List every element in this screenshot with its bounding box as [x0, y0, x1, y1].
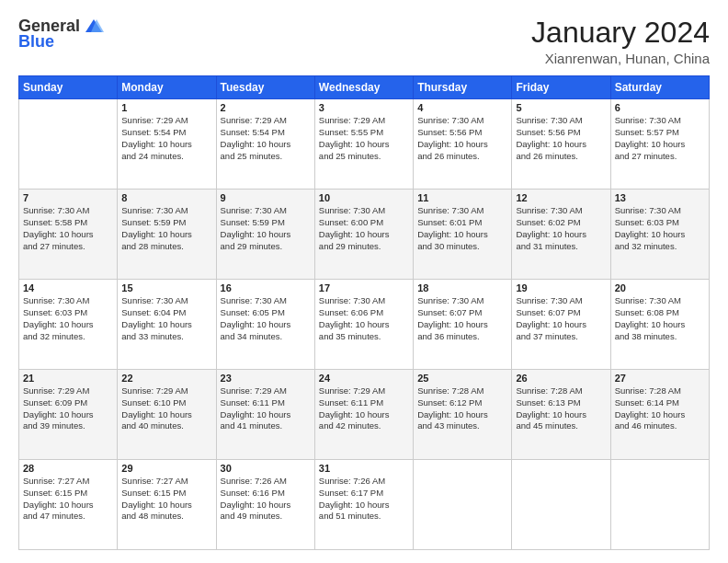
calendar-cell: 13Sunrise: 7:30 AM Sunset: 6:03 PM Dayli…: [610, 190, 709, 280]
day-number: 30: [221, 463, 311, 474]
day-info: Sunrise: 7:30 AM Sunset: 6:06 PM Dayligh…: [319, 295, 409, 342]
calendar-cell: 31Sunrise: 7:26 AM Sunset: 6:17 PM Dayli…: [314, 460, 413, 550]
day-number: 11: [417, 192, 507, 203]
day-number: 13: [615, 192, 705, 203]
calendar-cell: 25Sunrise: 7:28 AM Sunset: 6:12 PM Dayli…: [414, 370, 512, 460]
day-info: Sunrise: 7:30 AM Sunset: 6:07 PM Dayligh…: [417, 295, 507, 342]
day-number: 26: [516, 373, 606, 384]
calendar-cell: 21Sunrise: 7:29 AM Sunset: 6:09 PM Dayli…: [19, 370, 118, 460]
day-number: 23: [221, 373, 311, 384]
calendar-cell: 9Sunrise: 7:30 AM Sunset: 5:59 PM Daylig…: [216, 190, 314, 280]
calendar-week-row: 1Sunrise: 7:29 AM Sunset: 5:54 PM Daylig…: [19, 99, 710, 190]
day-info: Sunrise: 7:30 AM Sunset: 6:03 PM Dayligh…: [23, 295, 113, 342]
calendar-cell: 2Sunrise: 7:29 AM Sunset: 5:54 PM Daylig…: [216, 99, 314, 190]
day-info: Sunrise: 7:30 AM Sunset: 6:01 PM Dayligh…: [417, 205, 507, 252]
calendar-cell: [19, 99, 118, 190]
day-info: Sunrise: 7:30 AM Sunset: 6:05 PM Dayligh…: [221, 295, 311, 342]
calendar-cell: [512, 460, 610, 550]
col-header-friday: Friday: [512, 76, 610, 99]
day-number: 10: [319, 192, 409, 203]
day-number: 3: [319, 102, 409, 113]
day-info: Sunrise: 7:28 AM Sunset: 6:14 PM Dayligh…: [615, 385, 705, 432]
logo-icon: [84, 17, 104, 36]
col-header-tuesday: Tuesday: [216, 76, 314, 99]
calendar-cell: 30Sunrise: 7:26 AM Sunset: 6:16 PM Dayli…: [216, 460, 314, 550]
calendar-cell: 1Sunrise: 7:29 AM Sunset: 5:54 PM Daylig…: [118, 99, 216, 190]
day-number: 1: [121, 102, 211, 113]
day-info: Sunrise: 7:30 AM Sunset: 5:58 PM Dayligh…: [23, 205, 113, 252]
calendar-cell: 26Sunrise: 7:28 AM Sunset: 6:13 PM Dayli…: [512, 370, 610, 460]
calendar-cell: 19Sunrise: 7:30 AM Sunset: 6:07 PM Dayli…: [512, 280, 610, 370]
day-info: Sunrise: 7:29 AM Sunset: 6:10 PM Dayligh…: [121, 385, 211, 432]
month-title: January 2024: [531, 17, 710, 49]
day-number: 25: [417, 373, 507, 384]
calendar-cell: 27Sunrise: 7:28 AM Sunset: 6:14 PM Dayli…: [610, 370, 709, 460]
calendar-cell: 14Sunrise: 7:30 AM Sunset: 6:03 PM Dayli…: [19, 280, 118, 370]
day-number: 24: [319, 373, 409, 384]
day-number: 6: [615, 102, 705, 113]
day-number: 29: [121, 463, 211, 474]
calendar-cell: [414, 460, 512, 550]
col-header-saturday: Saturday: [610, 76, 709, 99]
day-number: 15: [121, 282, 211, 293]
day-info: Sunrise: 7:30 AM Sunset: 6:02 PM Dayligh…: [516, 205, 606, 252]
day-number: 28: [23, 463, 113, 474]
day-info: Sunrise: 7:30 AM Sunset: 5:59 PM Dayligh…: [121, 205, 211, 252]
day-info: Sunrise: 7:30 AM Sunset: 6:00 PM Dayligh…: [319, 205, 409, 252]
day-info: Sunrise: 7:27 AM Sunset: 6:15 PM Dayligh…: [23, 476, 113, 523]
day-number: 31: [319, 463, 409, 474]
calendar-cell: 29Sunrise: 7:27 AM Sunset: 6:15 PM Dayli…: [118, 460, 216, 550]
calendar-cell: 15Sunrise: 7:30 AM Sunset: 6:04 PM Dayli…: [118, 280, 216, 370]
day-info: Sunrise: 7:30 AM Sunset: 5:56 PM Dayligh…: [516, 115, 606, 162]
logo: General Blue: [18, 17, 106, 52]
calendar-cell: 10Sunrise: 7:30 AM Sunset: 6:00 PM Dayli…: [314, 190, 413, 280]
day-number: 16: [221, 282, 311, 293]
day-number: 9: [221, 192, 311, 203]
day-number: 14: [23, 282, 113, 293]
col-header-monday: Monday: [118, 76, 216, 99]
col-header-thursday: Thursday: [414, 76, 512, 99]
calendar-cell: 6Sunrise: 7:30 AM Sunset: 5:57 PM Daylig…: [610, 99, 709, 190]
calendar-cell: 23Sunrise: 7:29 AM Sunset: 6:11 PM Dayli…: [216, 370, 314, 460]
calendar-week-row: 14Sunrise: 7:30 AM Sunset: 6:03 PM Dayli…: [19, 280, 710, 370]
logo-blue-text: Blue: [18, 32, 54, 52]
calendar-cell: 17Sunrise: 7:30 AM Sunset: 6:06 PM Dayli…: [314, 280, 413, 370]
day-info: Sunrise: 7:29 AM Sunset: 5:55 PM Dayligh…: [319, 115, 409, 162]
calendar-cell: 24Sunrise: 7:29 AM Sunset: 6:11 PM Dayli…: [314, 370, 413, 460]
day-info: Sunrise: 7:28 AM Sunset: 6:12 PM Dayligh…: [417, 385, 507, 432]
day-info: Sunrise: 7:28 AM Sunset: 6:13 PM Dayligh…: [516, 385, 606, 432]
calendar-cell: 5Sunrise: 7:30 AM Sunset: 5:56 PM Daylig…: [512, 99, 610, 190]
day-number: 8: [121, 192, 211, 203]
calendar-week-row: 28Sunrise: 7:27 AM Sunset: 6:15 PM Dayli…: [19, 460, 710, 550]
day-number: 20: [615, 282, 705, 293]
calendar-cell: 16Sunrise: 7:30 AM Sunset: 6:05 PM Dayli…: [216, 280, 314, 370]
day-info: Sunrise: 7:26 AM Sunset: 6:17 PM Dayligh…: [319, 476, 409, 523]
calendar-cell: 28Sunrise: 7:27 AM Sunset: 6:15 PM Dayli…: [19, 460, 118, 550]
day-info: Sunrise: 7:26 AM Sunset: 6:16 PM Dayligh…: [221, 476, 311, 523]
calendar-cell: [610, 460, 709, 550]
day-info: Sunrise: 7:30 AM Sunset: 5:57 PM Dayligh…: [615, 115, 705, 162]
calendar-cell: 12Sunrise: 7:30 AM Sunset: 6:02 PM Dayli…: [512, 190, 610, 280]
day-info: Sunrise: 7:30 AM Sunset: 5:56 PM Dayligh…: [417, 115, 507, 162]
calendar-cell: 18Sunrise: 7:30 AM Sunset: 6:07 PM Dayli…: [414, 280, 512, 370]
day-info: Sunrise: 7:30 AM Sunset: 6:03 PM Dayligh…: [615, 205, 705, 252]
day-number: 2: [221, 102, 311, 113]
header-right: January 2024 Xianrenwan, Hunan, China: [531, 17, 710, 66]
col-header-wednesday: Wednesday: [314, 76, 413, 99]
day-info: Sunrise: 7:29 AM Sunset: 6:09 PM Dayligh…: [23, 385, 113, 432]
calendar-cell: 22Sunrise: 7:29 AM Sunset: 6:10 PM Dayli…: [118, 370, 216, 460]
day-number: 7: [23, 192, 113, 203]
day-number: 19: [516, 282, 606, 293]
calendar-cell: 3Sunrise: 7:29 AM Sunset: 5:55 PM Daylig…: [314, 99, 413, 190]
day-info: Sunrise: 7:29 AM Sunset: 6:11 PM Dayligh…: [319, 385, 409, 432]
day-info: Sunrise: 7:29 AM Sunset: 5:54 PM Dayligh…: [121, 115, 211, 162]
day-number: 12: [516, 192, 606, 203]
location: Xianrenwan, Hunan, China: [531, 51, 710, 66]
calendar-table: SundayMondayTuesdayWednesdayThursdayFrid…: [18, 75, 710, 550]
calendar-header-row: SundayMondayTuesdayWednesdayThursdayFrid…: [19, 76, 710, 99]
day-number: 18: [417, 282, 507, 293]
day-info: Sunrise: 7:30 AM Sunset: 6:08 PM Dayligh…: [615, 295, 705, 342]
calendar-week-row: 7Sunrise: 7:30 AM Sunset: 5:58 PM Daylig…: [19, 190, 710, 280]
day-info: Sunrise: 7:30 AM Sunset: 6:04 PM Dayligh…: [121, 295, 211, 342]
day-number: 17: [319, 282, 409, 293]
